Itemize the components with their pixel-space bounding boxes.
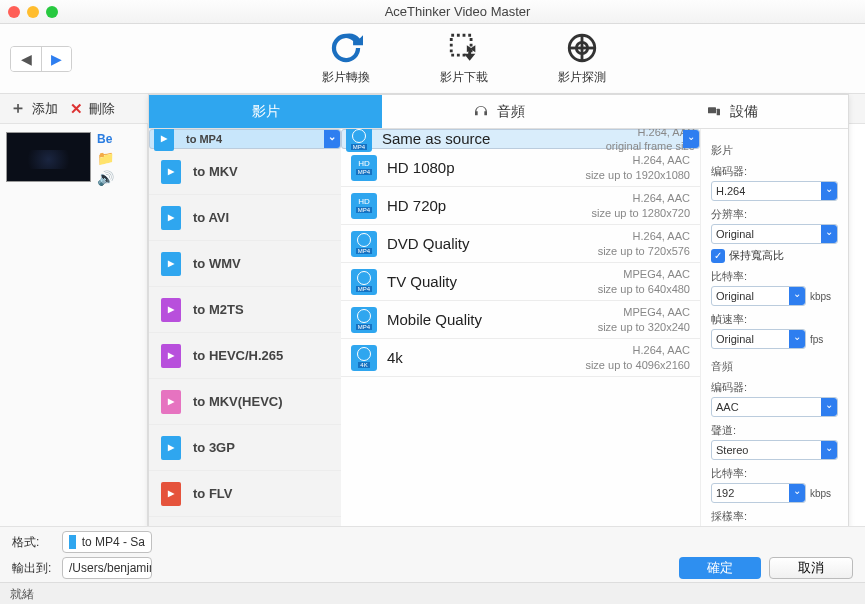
download-icon: [447, 31, 481, 65]
svg-rect-5: [708, 107, 716, 113]
output-field[interactable]: /Users/benjamin/: [62, 557, 152, 579]
encoder-label: 编码器:: [711, 164, 838, 179]
quality-title: Mobile Quality: [387, 311, 588, 328]
status-bar: 就緒: [0, 582, 865, 604]
quality-title: 4k: [387, 349, 575, 366]
format-item[interactable]: ▶to FLV: [149, 471, 341, 517]
format-item-label: to MKV: [193, 164, 238, 179]
channel-select[interactable]: Stereo: [711, 440, 838, 460]
detect-icon: [565, 31, 599, 65]
format-combo[interactable]: to MP4 - Sa: [62, 531, 152, 553]
format-item-label: to 3GP: [193, 440, 235, 455]
format-badge-icon: ▶: [161, 436, 181, 460]
aspect-checkbox[interactable]: ✓ 保持寬高比: [711, 248, 838, 263]
folder-icon[interactable]: 📁: [97, 150, 114, 166]
quality-badge-icon: HDMP4: [351, 155, 377, 181]
quality-meta: MPEG4, AACsize up to 640x480: [598, 267, 690, 296]
quality-item[interactable]: MP4TV QualityMPEG4, AACsize up to 640x48…: [341, 263, 700, 301]
format-badge-icon: ▶: [161, 160, 181, 184]
video-settings-header: 影片: [711, 143, 838, 158]
quality-meta: H.264, AACsize up to 1280x720: [592, 191, 690, 220]
quality-title: TV Quality: [387, 273, 588, 290]
audio-bitrate-label: 比特率:: [711, 466, 838, 481]
format-chooser: 影片 音頻 設備 ▶to MP4▶to MKV▶to AVI▶to WMV▶to…: [148, 94, 849, 528]
format-badge-icon: ▶: [161, 298, 181, 322]
format-badge-icon: ▶: [161, 252, 181, 276]
format-item[interactable]: ▶to HEVC/H.265: [149, 333, 341, 379]
forward-button[interactable]: ▶: [41, 47, 71, 71]
device-icon: [706, 104, 722, 120]
svg-rect-0: [451, 35, 471, 55]
format-item[interactable]: ▶to MP4: [149, 129, 341, 149]
fps-unit: fps: [810, 334, 838, 345]
add-button[interactable]: ＋ 添加: [10, 98, 58, 119]
volume-icon[interactable]: 🔊: [97, 170, 114, 186]
quality-item[interactable]: MP4Mobile QualityMPEG4, AACsize up to 32…: [341, 301, 700, 339]
quality-item[interactable]: HDMP4HD 720pH.264, AACsize up to 1280x72…: [341, 187, 700, 225]
fps-select[interactable]: Original: [711, 329, 806, 349]
format-item[interactable]: ▶to AVI: [149, 195, 341, 241]
bitrate-label: 比特率:: [711, 269, 838, 284]
tab-device-label: 設備: [730, 103, 758, 121]
quality-item[interactable]: MP4DVD QualityH.264, AACsize up to 720x5…: [341, 225, 700, 263]
audio-encoder-label: 编码器:: [711, 380, 838, 395]
format-item[interactable]: ▶to WMV: [149, 241, 341, 287]
quality-item[interactable]: HDMP4HD 1080pH.264, AACsize up to 1920x1…: [341, 149, 700, 187]
audio-bitrate-unit: kbps: [810, 488, 838, 499]
plus-icon: ＋: [10, 98, 26, 119]
audio-encoder-select[interactable]: AAC: [711, 397, 838, 417]
close-icon[interactable]: [8, 6, 20, 18]
tab-video-label: 影片: [252, 103, 280, 121]
tab-video[interactable]: 影片: [149, 95, 382, 128]
tab-convert[interactable]: 影片轉換: [322, 31, 370, 86]
bottom-bar: 格式: to MP4 - Sa 輸出到: /Users/benjamin/ 確定…: [0, 526, 865, 582]
zoom-icon[interactable]: [46, 6, 58, 18]
tab-download-label: 影片下載: [440, 69, 488, 86]
encoder-select[interactable]: H.264: [711, 181, 838, 201]
quality-item[interactable]: MP4Same as sourceH.264, AACoriginal fram…: [341, 129, 700, 149]
quality-badge-icon: MP4: [351, 307, 377, 333]
quality-item[interactable]: 4K4kH.264, AACsize up to 4096x2160: [341, 339, 700, 377]
tab-detect[interactable]: 影片探測: [558, 31, 606, 86]
format-list: ▶to MP4▶to MKV▶to AVI▶to WMV▶to M2TS▶to …: [149, 129, 341, 527]
delete-button[interactable]: ✕ 刪除: [70, 100, 115, 118]
window-controls: [8, 6, 58, 18]
resolution-select[interactable]: Original: [711, 224, 838, 244]
audio-bitrate-select[interactable]: 192: [711, 483, 806, 503]
samplerate-label: 採樣率:: [711, 509, 838, 524]
tab-download[interactable]: 影片下載: [440, 31, 488, 86]
app-title: AceThinker Video Master: [58, 4, 857, 19]
format-item-label: to AVI: [193, 210, 229, 225]
nav-arrows: ◀ ▶: [10, 46, 72, 72]
quality-title: HD 1080p: [387, 159, 575, 176]
bitrate-select[interactable]: Original: [711, 286, 806, 306]
format-item[interactable]: ▶to MKV(HEVC): [149, 379, 341, 425]
tab-audio-label: 音頻: [497, 103, 525, 121]
quality-title: Same as source: [382, 130, 596, 148]
file-item[interactable]: Be 📁 🔊: [6, 132, 141, 186]
output-row-label: 輸出到:: [12, 560, 54, 577]
settings-panel: 影片 编码器: H.264 分辨率: Original ✓ 保持寬高比 比特率:…: [700, 129, 848, 527]
minimize-icon[interactable]: [27, 6, 39, 18]
quality-title: HD 720p: [387, 197, 582, 214]
video-thumbnail: [6, 132, 91, 182]
quality-list: MP4Same as sourceH.264, AACoriginal fram…: [341, 129, 700, 527]
cancel-button[interactable]: 取消: [769, 557, 853, 579]
format-item[interactable]: ▶to MKV: [149, 149, 341, 195]
format-item[interactable]: ▶to 3GP: [149, 425, 341, 471]
aspect-label: 保持寬高比: [729, 248, 784, 263]
tab-device[interactable]: 設備: [615, 95, 848, 128]
quality-meta: H.264, AACsize up to 1920x1080: [585, 153, 690, 182]
format-combo-value: to MP4 - Sa: [82, 535, 145, 549]
quality-badge-icon: MP4: [351, 269, 377, 295]
format-badge-icon: ▶: [161, 482, 181, 506]
tab-detect-label: 影片探測: [558, 69, 606, 86]
confirm-button[interactable]: 確定: [679, 557, 761, 579]
format-item[interactable]: ▶to M2TS: [149, 287, 341, 333]
add-label: 添加: [32, 100, 58, 118]
format-item-label: to M2TS: [193, 302, 244, 317]
back-button[interactable]: ◀: [11, 47, 41, 71]
bitrate-unit: kbps: [810, 291, 838, 302]
channel-label: 聲道:: [711, 423, 838, 438]
tab-audio[interactable]: 音頻: [382, 95, 615, 128]
